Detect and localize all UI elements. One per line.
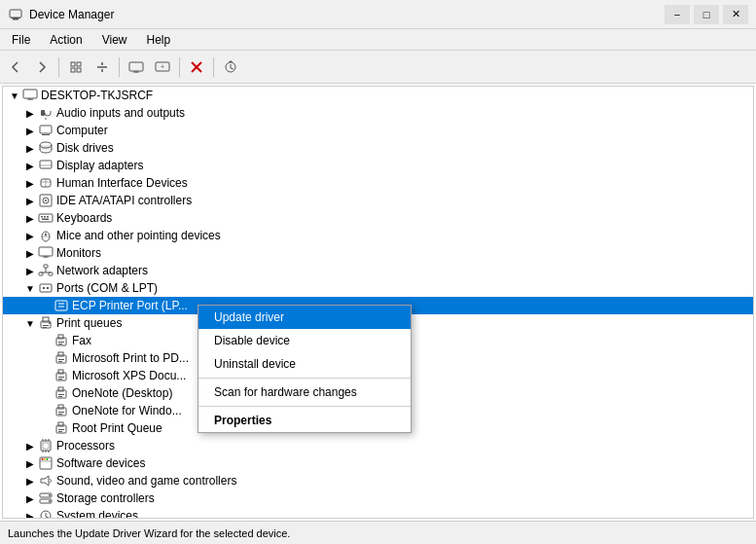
display-icon (38, 158, 54, 173)
svg-rect-56 (40, 284, 52, 292)
expand-icon-audio: ▶ (22, 105, 38, 121)
tree-item-sound[interactable]: ▶ Sound, video and game controllers (3, 472, 753, 490)
tree-item-audio-label: Audio inputs and outputs (56, 106, 185, 120)
tree-item-mice[interactable]: ▶ Mice and other pointing devices (3, 227, 753, 244)
expand-icon-computer: ▶ (22, 123, 38, 138)
context-menu-separator (198, 378, 411, 379)
tree-item-audio[interactable]: ▶ Audio inputs and outputs (3, 104, 753, 122)
expand-icon-sound: ▶ (22, 473, 38, 489)
svg-rect-4 (77, 62, 81, 66)
tree-item-monitors[interactable]: ▶ Monitors (3, 244, 753, 262)
storage-icon (38, 490, 54, 506)
svg-point-37 (45, 199, 47, 201)
tree-item-root-label: DESKTOP-TKJSRCF (41, 89, 153, 102)
expand-icon-keyboards: ▶ (22, 210, 38, 226)
processor-icon (38, 438, 54, 453)
svg-rect-77 (58, 377, 64, 378)
menu-action[interactable]: Action (42, 31, 90, 49)
tree-item-software[interactable]: ▶ Software devices (3, 454, 753, 472)
tree-item-keyboards-label: Keyboards (56, 211, 112, 225)
tree-item-network[interactable]: ▶ Network adapters (3, 262, 753, 279)
device-tree[interactable]: ▼ DESKTOP-TKJSRCF ▶ Audio inputs and (2, 86, 754, 519)
expand-icon-hid: ▶ (22, 175, 38, 191)
expand-icon-disk: ▶ (22, 140, 38, 156)
keyboard-icon (38, 210, 54, 226)
tree-item-computer[interactable]: ▶ Computer (3, 122, 753, 139)
tree-item-display[interactable]: ▶ Display adapters (3, 157, 753, 174)
toolbar-separator-1 (58, 57, 59, 77)
svg-marker-104 (41, 476, 49, 486)
expand-icon-root: ▼ (7, 88, 22, 103)
show-hidden-button[interactable] (125, 55, 148, 79)
back-button[interactable] (4, 55, 27, 79)
status-text: Launches the Update Driver Wizard for th… (8, 527, 290, 539)
ide-icon (38, 193, 54, 208)
context-menu-scan-hardware[interactable]: Scan for hardware changes (198, 381, 411, 404)
update-driver-button[interactable] (219, 55, 242, 79)
context-menu-properties[interactable]: Properties (198, 409, 411, 432)
svg-rect-86 (58, 414, 62, 415)
svg-rect-82 (58, 396, 62, 397)
network-icon (38, 263, 54, 278)
tree-item-root[interactable]: ▼ DESKTOP-TKJSRCF (3, 87, 753, 104)
svg-rect-89 (58, 429, 64, 430)
ports-icon (38, 280, 54, 296)
tree-item-disk[interactable]: ▶ Disk drives (3, 139, 753, 157)
svg-rect-30 (40, 161, 52, 168)
expand-icon-ports: ▼ (22, 280, 38, 296)
expand-icon-software: ▶ (22, 455, 38, 471)
svg-rect-1 (13, 18, 18, 20)
tree-item-keyboards[interactable]: ▶ Keyboards (3, 209, 753, 227)
context-menu-update-driver[interactable]: Update driver (198, 306, 411, 329)
menu-file[interactable]: File (4, 31, 38, 49)
menu-help[interactable]: Help (139, 31, 179, 49)
expand-icon-printqueues: ▼ (22, 315, 38, 331)
svg-rect-40 (44, 216, 46, 218)
disk-icon (38, 140, 54, 156)
context-menu-disable-device[interactable]: Disable device (198, 329, 411, 352)
expand-icon-monitors: ▶ (22, 245, 38, 261)
computer-sm-icon (38, 123, 54, 138)
svg-rect-78 (58, 379, 62, 380)
expand-icon-ide: ▶ (22, 193, 38, 208)
close-button[interactable]: ✕ (723, 5, 748, 24)
svg-rect-90 (58, 431, 62, 432)
monitor-icon (38, 245, 54, 261)
expand-button[interactable] (64, 55, 88, 79)
tree-item-hid[interactable]: ▶ Human Interface Devices (3, 174, 753, 192)
svg-point-66 (49, 322, 51, 324)
minimize-button[interactable]: − (665, 5, 690, 24)
scan-button[interactable]: + (151, 55, 174, 79)
svg-rect-38 (39, 214, 53, 222)
svg-rect-0 (10, 10, 21, 18)
menu-view[interactable]: View (94, 31, 135, 49)
tree-item-mspdf-label: Microsoft Print to PD... (72, 351, 189, 365)
tree-item-processors[interactable]: ▶ Processors (3, 437, 753, 454)
context-menu-uninstall-device[interactable]: Uninstall device (198, 352, 411, 376)
toolbar: + (0, 51, 756, 84)
context-menu: Update driver Disable device Uninstall d… (198, 305, 412, 433)
remove-button[interactable] (185, 55, 208, 79)
forward-button[interactable] (30, 55, 54, 79)
tree-item-storage[interactable]: ▶ Storage controllers (3, 490, 753, 507)
expand-icon-display: ▶ (22, 158, 38, 173)
tree-item-ide[interactable]: ▶ IDE ATA/ATAPI controllers (3, 192, 753, 209)
svg-rect-6 (77, 68, 81, 72)
tree-item-ports[interactable]: ▼ Ports (COM & LPT) (3, 279, 753, 297)
expand-icon-processors: ▶ (22, 438, 38, 453)
svg-rect-2 (11, 18, 20, 18)
tree-item-network-label: Network adapters (56, 264, 148, 277)
tree-item-system[interactable]: ▶ System devices (3, 507, 753, 519)
status-bar: Launches the Update Driver Wizard for th… (0, 521, 756, 544)
svg-rect-50 (44, 265, 48, 268)
svg-rect-23 (40, 126, 52, 133)
hid-icon (38, 175, 54, 191)
svg-rect-64 (43, 325, 49, 326)
maximize-button[interactable]: □ (694, 5, 719, 24)
collapse-button[interactable] (90, 55, 114, 79)
svg-rect-91 (41, 441, 51, 451)
mspdf-icon (54, 350, 69, 366)
svg-rect-70 (58, 344, 62, 345)
svg-point-108 (49, 500, 51, 502)
computer-icon (22, 88, 38, 103)
